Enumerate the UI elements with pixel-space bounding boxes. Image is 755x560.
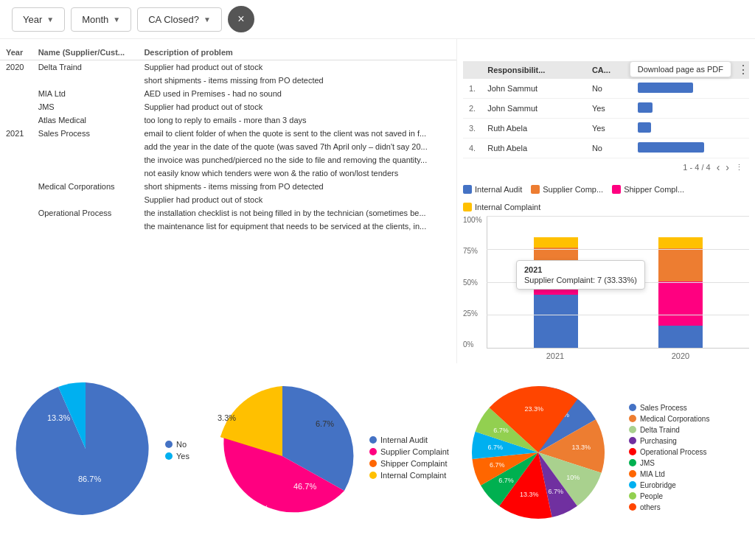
bar-segment (534, 295, 578, 348)
pie3-legend-label: Operational Process (640, 448, 707, 456)
pie3-legend-item: Eurobridge (629, 481, 710, 489)
pie1-legend-no: No (165, 440, 189, 449)
table-row: add the year in the date of the quote (w… (0, 140, 456, 153)
pie1-svg: 86.7% 13.3% (12, 375, 159, 522)
pie3-dot (629, 503, 636, 511)
next-page-button[interactable]: › (726, 161, 729, 173)
pie3-dot (629, 481, 636, 489)
legend-label: Supplier Comp... (543, 185, 603, 194)
y-label-25: 25% (463, 309, 484, 318)
pie3-label-1: 13.3% (571, 444, 591, 451)
pie2-legend-supplier: Supplier Complaint (369, 447, 449, 456)
pie3-label-4: 13.3% (520, 491, 539, 498)
pie2-legend-internal-audit: Internal Audit (369, 435, 449, 444)
pie2-label-internal-audit-text: Internal Audit (380, 435, 428, 444)
record-bar-cell (632, 79, 749, 99)
pie2-dot-internal-audit (369, 436, 377, 444)
pie3-dot (629, 492, 636, 500)
record-name: Ruth Abela (481, 139, 586, 158)
cell-name: MIA Ltd (32, 87, 139, 100)
close-icon: × (237, 13, 244, 26)
table-row: short shipments - items missing from PO … (0, 74, 456, 87)
pie3-container: 16.7%13.3%10%6.7%13.3%6.7%6.7%6.7%6.7%23… (461, 375, 710, 539)
pie3-legend-label: Sales Process (640, 404, 687, 412)
year-filter[interactable]: Year ▼ (12, 7, 65, 32)
record-table-row: 3. Ruth Abela Yes (463, 119, 749, 139)
pie3-dot (629, 404, 636, 411)
pie3-label-3: 6.7% (548, 488, 563, 495)
record-bar-cell (632, 139, 749, 158)
legend-label: Internal Complaint (475, 203, 540, 211)
record-col-num (463, 61, 481, 79)
bar-legend-item: Internal Complaint (463, 203, 540, 211)
pie2-dot-supplier (369, 448, 377, 455)
record-table-row: 1. John Sammut No (463, 79, 749, 99)
cell-description: email to client folder of when the quote… (138, 127, 456, 140)
x-label-2020: 2020 (627, 351, 734, 360)
record-ca: No (586, 79, 632, 99)
cell-description: short shipments - items missing from PO … (138, 180, 456, 193)
cell-year (0, 193, 32, 206)
record-name: John Sammut (481, 79, 586, 99)
record-bar (638, 102, 653, 113)
pie3-dot (629, 470, 636, 477)
pie3-legend-label: others (640, 503, 661, 511)
cell-description: Supplier had product out of stock (138, 60, 456, 74)
download-pdf-button[interactable]: Download page as PDF (630, 61, 731, 77)
record-name: John Sammut (481, 99, 586, 119)
month-filter[interactable]: Month ▼ (71, 7, 131, 32)
pie3-dot (629, 448, 636, 455)
table-row: JMS Supplier had product out of stock (0, 100, 456, 113)
pie2-label-supplier-text: Supplier Complaint (380, 447, 449, 456)
pie2-svg: 46.7% 43.3% 3.3% 6.7% (201, 375, 363, 537)
bar-legend-item: Internal Audit (463, 185, 522, 194)
cell-description: Supplier had product out of stock (138, 100, 456, 113)
record-num: 4. (463, 139, 481, 158)
cell-name (32, 167, 139, 180)
pie3-legend-label: Eurobridge (640, 481, 676, 489)
cell-year (0, 206, 32, 220)
cell-name (32, 220, 139, 233)
pie3-legend-item: Purchasing (629, 437, 710, 445)
pie1-label-yes: 13.3% (47, 413, 70, 422)
col-description: Description of problem (138, 45, 456, 60)
prev-page-button[interactable]: ‹ (717, 161, 720, 173)
cell-name: JMS (32, 100, 139, 113)
pie3-legend-label: Purchasing (640, 437, 677, 445)
pie3-legend-label: People (640, 492, 663, 500)
pie1-label-no: 86.7% (78, 475, 101, 483)
tooltip-year: 2021 (524, 265, 637, 274)
col-name: Name (Supplier/Cust... (32, 45, 139, 60)
bar-stack (534, 237, 578, 348)
cell-year (0, 140, 32, 153)
record-bar (638, 122, 651, 133)
sort-icon[interactable]: ⋮ (735, 163, 743, 172)
pie3-dot (629, 426, 636, 433)
pie3-legend-label: MIA Ltd (640, 470, 665, 478)
pie3-legend-label: Delta Traind (640, 426, 680, 434)
pie1-legend-yes: Yes (165, 452, 189, 461)
legend-label: Shipper Compl... (624, 185, 684, 194)
cell-description: the maintenance list for equipment that … (138, 220, 456, 233)
cell-name (32, 74, 139, 87)
cell-name (32, 140, 139, 153)
y-label-75: 75% (463, 247, 484, 255)
pie3-dot (629, 415, 636, 422)
y-label-100: 100% (463, 216, 484, 224)
bar-stack (658, 237, 703, 348)
clear-filters-button[interactable]: × (228, 6, 254, 32)
ca-closed-filter[interactable]: CA Closed? ▼ (137, 7, 222, 32)
more-options-icon[interactable]: ⋮ (737, 63, 749, 77)
pie2-label-shipper-text: Shipper Complaint (380, 459, 448, 468)
legend-dot (463, 185, 472, 194)
pie1-dot-yes (165, 452, 173, 460)
pie3-legend-label: Medical Corporations (640, 415, 710, 423)
x-label-2021: 2021 (501, 351, 609, 360)
cell-year (0, 180, 32, 193)
cell-description: the invoice was punched/pierced no the s… (138, 153, 456, 167)
month-filter-arrow: ▼ (113, 15, 120, 24)
cell-description: add the year in the date of the quote (w… (138, 140, 456, 153)
pie2-dot-shipper (369, 460, 377, 467)
pie3-label-9: 23.3% (524, 405, 543, 413)
cell-year (0, 153, 32, 167)
